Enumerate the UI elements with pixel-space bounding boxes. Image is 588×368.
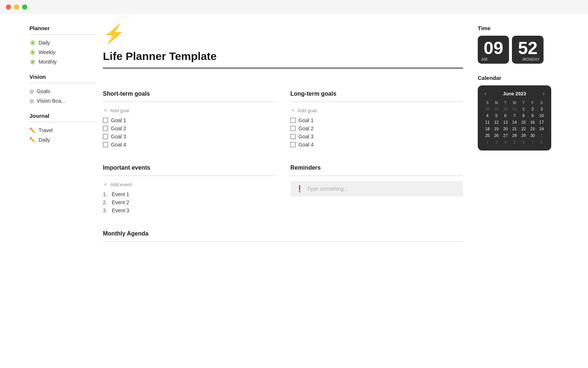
sidebar-item-goals[interactable]: ◎ Goals: [29, 87, 96, 96]
short-goal-4: Goal 4: [103, 142, 276, 148]
cal-day-0-2[interactable]: 30: [501, 106, 510, 112]
close-button[interactable]: [6, 4, 11, 10]
minimize-button[interactable]: [14, 4, 19, 10]
cal-day-0-3[interactable]: 31: [510, 106, 519, 112]
cal-day-4-6[interactable]: 1: [537, 132, 546, 139]
cal-day-3-3[interactable]: 21: [510, 125, 519, 132]
maximize-button[interactable]: [22, 4, 27, 10]
page-divider: [103, 68, 463, 68]
cal-header-m: M: [492, 100, 501, 106]
event-3-number: 3.: [103, 208, 109, 213]
cal-day-0-0[interactable]: 28: [483, 106, 492, 112]
cal-next-button[interactable]: ›: [541, 91, 546, 96]
sidebar-item-travel[interactable]: ✏️ Travel: [29, 126, 96, 135]
bolt-icon: ⚡: [103, 25, 463, 43]
goal-checkbox-s2[interactable]: [103, 126, 108, 131]
cal-day-5-6[interactable]: 8: [537, 139, 546, 145]
cal-day-1-4[interactable]: 8: [519, 112, 528, 119]
cal-day-4-4[interactable]: 29: [519, 132, 528, 139]
cal-day-5-3[interactable]: 5: [510, 139, 519, 145]
cal-day-5-0[interactable]: 2: [483, 139, 492, 145]
sidebar-section-journal: Journal ✏️ Travel ✏️ Daily: [29, 113, 96, 144]
cal-day-4-1[interactable]: 26: [492, 132, 501, 139]
cal-day-4-0[interactable]: 25: [483, 132, 492, 139]
cal-grid: S M T W T F S 28293031123456789101112131…: [483, 100, 546, 145]
cal-day-2-0[interactable]: 11: [483, 119, 492, 125]
sidebar-item-journal-daily[interactable]: ✏️ Daily: [29, 135, 96, 144]
cal-day-5-4[interactable]: 6: [519, 139, 528, 145]
reminder-input[interactable]: ❗ Type something...: [290, 181, 463, 197]
cal-day-1-3[interactable]: 7: [510, 112, 519, 119]
cal-month-year: June 2023: [503, 91, 526, 96]
clock-am-label: AM: [481, 58, 488, 61]
cal-day-2-6[interactable]: 17: [537, 119, 546, 125]
sidebar-item-daily[interactable]: ✳️ Daily: [29, 38, 96, 47]
goal-checkbox-l2[interactable]: [290, 126, 295, 131]
sidebar-daily-label: Daily: [39, 40, 50, 46]
cal-week-0: 28293031123: [483, 106, 546, 112]
cal-day-0-4[interactable]: 1: [519, 106, 528, 112]
long-term-goals-col: Long-term goals ＋ Add goal Goal 1 Goal 2…: [290, 91, 463, 150]
cal-day-3-2[interactable]: 20: [501, 125, 510, 132]
cal-day-5-2[interactable]: 4: [501, 139, 510, 145]
short-goal-1: Goal 1: [103, 117, 276, 123]
goal-checkbox-l1[interactable]: [290, 118, 295, 123]
cal-day-1-5[interactable]: 9: [528, 112, 537, 119]
cal-day-3-1[interactable]: 19: [492, 125, 501, 132]
add-long-term-goal-button[interactable]: ＋ Add goal: [290, 107, 463, 114]
goals-row: Short-term goals ＋ Add goal Goal 1 Goal …: [103, 79, 463, 150]
cal-day-5-1[interactable]: 3: [492, 139, 501, 145]
goal-checkbox-s3[interactable]: [103, 134, 108, 139]
short-goal-2: Goal 2: [103, 125, 276, 131]
sidebar-section-planner: Planner ✳️ Daily ✳️ Weekly ✳️ Monthly: [29, 25, 96, 66]
goal-checkbox-l3[interactable]: [290, 134, 295, 139]
long-goal-1-label: Goal 1: [298, 117, 313, 123]
cal-day-4-2[interactable]: 27: [501, 132, 510, 139]
add-short-term-goal-button[interactable]: ＋ Add goal: [103, 107, 276, 114]
cal-week-3: 18192021222324: [483, 125, 546, 132]
cal-prev-button[interactable]: ‹: [483, 91, 488, 96]
cal-header-f: F: [528, 100, 537, 106]
sidebar-vision-board-label: Vision Boa...: [37, 98, 65, 104]
cal-day-0-6[interactable]: 3: [537, 106, 546, 112]
goal-checkbox-s1[interactable]: [103, 118, 108, 123]
long-term-title: Long-term goals: [290, 91, 463, 97]
cal-day-2-1[interactable]: 12: [492, 119, 501, 125]
cal-day-2-5[interactable]: 16: [528, 119, 537, 125]
monthly-agenda-title: Monthly Agenda: [103, 230, 463, 237]
cal-day-5-5[interactable]: 7: [528, 139, 537, 145]
events-col: Important events ＋ Add event 1. Event 1 …: [103, 164, 276, 216]
cal-day-4-5[interactable]: 30: [528, 132, 537, 139]
plus-icon-long: ＋: [290, 107, 295, 114]
cal-day-1-6[interactable]: 10: [537, 112, 546, 119]
cal-day-0-5[interactable]: 2: [528, 106, 537, 112]
goal-checkbox-l4[interactable]: [290, 142, 295, 147]
sidebar-item-monthly[interactable]: ✳️ Monthly: [29, 57, 96, 66]
sidebar-weekly-label: Weekly: [39, 49, 55, 55]
cal-day-2-2[interactable]: 13: [501, 119, 510, 125]
cal-day-3-0[interactable]: 18: [483, 125, 492, 132]
reminders-title: Reminders: [290, 164, 463, 171]
sidebar-item-vision-board[interactable]: ◎ Vision Boa...: [29, 96, 96, 105]
cal-day-4-3[interactable]: 28: [510, 132, 519, 139]
cal-day-2-4[interactable]: 15: [519, 119, 528, 125]
cal-day-1-0[interactable]: 4: [483, 112, 492, 119]
sidebar-item-weekly[interactable]: ✳️ Weekly: [29, 48, 96, 57]
goal-checkbox-s4[interactable]: [103, 142, 108, 147]
cal-day-3-4[interactable]: 22: [519, 125, 528, 132]
add-event-button[interactable]: ＋ Add event: [103, 181, 276, 188]
cal-day-3-5[interactable]: 23: [528, 125, 537, 132]
add-long-goal-label: Add goal: [298, 108, 316, 113]
cal-day-2-3[interactable]: 14: [510, 119, 519, 125]
short-goal-3: Goal 3: [103, 134, 276, 139]
sidebar-section-vision: Vision ◎ Goals ◎ Vision Boa...: [29, 74, 96, 105]
cal-day-1-1[interactable]: 5: [492, 112, 501, 119]
cal-day-headers: S M T W T F S: [483, 100, 546, 106]
target-icon: ◎: [29, 88, 34, 94]
calendar-widget: ‹ June 2023 › S M T W T F S: [478, 85, 551, 151]
cal-day-0-1[interactable]: 29: [492, 106, 501, 112]
short-goal-4-label: Goal 4: [111, 142, 126, 148]
cal-header-w: W: [510, 100, 519, 106]
cal-day-1-2[interactable]: 6: [501, 112, 510, 119]
cal-day-3-6[interactable]: 24: [537, 125, 546, 132]
